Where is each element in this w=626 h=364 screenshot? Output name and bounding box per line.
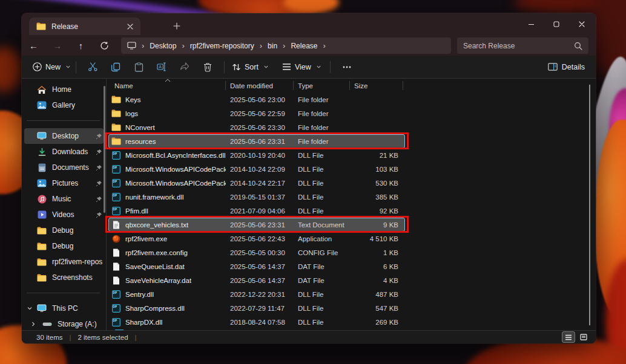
sidebar-item-downloads[interactable]: Downloads xyxy=(24,144,104,160)
file-row-logs[interactable]: logs2025-05-06 22:59File folder xyxy=(108,106,405,120)
back-button[interactable]: ← xyxy=(22,36,45,54)
sidebar-item-pictures[interactable]: Pictures xyxy=(24,175,104,191)
rename-icon: A xyxy=(157,62,167,71)
toolbar-divider xyxy=(224,61,225,73)
size-cell: 92 KB xyxy=(350,207,398,215)
svg-text:DP: DP xyxy=(113,305,117,308)
size-cell: 6 KB xyxy=(350,263,398,270)
column-header-date-modified[interactable]: Date modified xyxy=(226,79,294,93)
search-input[interactable] xyxy=(463,42,574,50)
new-tab-button[interactable] xyxy=(170,19,184,33)
file-row-nconvert[interactable]: NConvert2025-05-06 23:30File folder xyxy=(108,120,405,134)
search-box[interactable] xyxy=(457,37,588,54)
pictures-icon xyxy=(37,179,47,187)
breadcrumb-item-desktop[interactable]: Desktop xyxy=(150,42,176,50)
file-name-cell: DPSharpCompress.dll xyxy=(109,304,226,313)
up-button[interactable]: ↑ xyxy=(69,36,93,54)
file-name-cell: logs xyxy=(109,109,226,117)
column-header-size[interactable]: Size xyxy=(350,79,403,93)
svg-text:DP: DP xyxy=(113,291,117,294)
copy-button[interactable] xyxy=(104,58,127,76)
sidebar-item-storage-a[interactable]: Storage (A:) xyxy=(24,316,104,330)
breadcrumb-chevron-icon: › xyxy=(260,42,262,50)
share-button[interactable] xyxy=(173,58,196,76)
breadcrumb[interactable]: ›Desktop›rpf2fivem-repository›bin›Releas… xyxy=(121,37,451,54)
share-icon xyxy=(180,62,189,71)
sidebar-scrollbar[interactable] xyxy=(104,86,105,213)
file-name-cell: SaveVehicleArray.dat xyxy=(109,276,226,285)
sidebar-item-screenshots[interactable]: Screenshots xyxy=(24,270,104,285)
file-name-cell: qbxcore_vehicles.txt xyxy=(109,221,226,229)
pin-icon xyxy=(96,196,102,203)
file-row-pfim-dll[interactable]: DPPfim.dll2021-07-09 04:06DLL File92 KB xyxy=(108,204,405,218)
sidebar-item-home[interactable]: Home xyxy=(24,82,104,97)
sidebar-item-desktop[interactable]: Desktop xyxy=(24,128,104,144)
file-row-rpf2fivem-exe[interactable]: rpf2fivem.exe2025-05-06 22:43Application… xyxy=(108,232,405,245)
file-icon: DP xyxy=(111,207,121,215)
maximize-button[interactable] xyxy=(544,13,569,35)
large-icons-view-button[interactable] xyxy=(578,332,590,342)
tab-close-icon[interactable] xyxy=(125,21,136,32)
column-header-name[interactable]: Name xyxy=(107,79,226,93)
desktop-icon xyxy=(37,132,47,140)
refresh-button[interactable] xyxy=(93,36,116,54)
chevron-right-icon[interactable] xyxy=(30,321,36,327)
chevron-down-icon[interactable] xyxy=(27,305,33,311)
file-row-resources[interactable]: resources2025-05-06 23:31File folder xyxy=(108,134,405,148)
file-row-microsoft-windowsapicodepack-dll[interactable]: DPMicrosoft.WindowsAPICodePack.dll2014-1… xyxy=(108,162,405,176)
minimize-button[interactable] xyxy=(518,13,544,35)
tab-release[interactable]: Release xyxy=(29,18,140,35)
file-row-savevehiclearray-dat[interactable]: SaveVehicleArray.dat2025-05-06 14:37DAT … xyxy=(108,273,405,287)
sidebar-item-debug[interactable]: Debug xyxy=(24,238,104,254)
size-cell: 1 KB xyxy=(350,249,398,256)
sidebar-item-this-pc[interactable]: This PC xyxy=(24,301,104,316)
delete-button[interactable] xyxy=(196,58,219,76)
column-resize-handle[interactable] xyxy=(403,81,403,90)
more-options-button[interactable] xyxy=(335,58,358,76)
file-row-sharpdx-dll[interactable]: DPSharpDX.dll2018-08-24 07:58DLL File269… xyxy=(108,315,405,329)
file-name-cell: NConvert xyxy=(109,123,226,131)
breadcrumb-item-release[interactable]: Release xyxy=(291,42,317,50)
close-button[interactable] xyxy=(569,13,595,35)
cut-button[interactable] xyxy=(81,58,104,76)
paste-button[interactable] xyxy=(127,58,150,76)
breadcrumb-item-bin[interactable]: bin xyxy=(268,42,277,50)
date-modified-cell: 2014-10-24 22:09 xyxy=(226,166,294,173)
sidebar-item-documents[interactable]: Documents xyxy=(24,160,104,175)
file-name: Sentry.dll xyxy=(125,291,154,298)
file-row-keys[interactable]: Keys2025-05-06 23:00File folder xyxy=(108,93,405,106)
breadcrumb-item-rpf2fivem-repository[interactable]: rpf2fivem-repository xyxy=(190,42,254,50)
forward-button[interactable]: → xyxy=(45,36,69,54)
file-row-nunit-framework-dll[interactable]: DPnunit.framework.dll2019-05-15 01:37DLL… xyxy=(108,190,405,204)
file-row-sentry-dll[interactable]: DPSentry.dll2022-12-22 20:31DLL File487 … xyxy=(108,287,405,301)
sidebar-item-videos[interactable]: Videos xyxy=(24,207,104,223)
sidebar-item-gallery[interactable]: Gallery xyxy=(24,97,104,113)
tab-bar: Release xyxy=(22,13,596,35)
sidebar-item-rpf2fivem-repos[interactable]: rpf2fivem-repos xyxy=(24,254,104,270)
file-name: nunit.framework.dll xyxy=(125,193,184,201)
file-row-savequeuelist-dat[interactable]: SaveQueueList.dat2025-05-06 14:37DAT Fil… xyxy=(108,259,405,273)
rename-button[interactable]: A xyxy=(150,58,173,76)
svg-text:DP: DP xyxy=(113,319,117,322)
file-row-rpf2fivem-exe-config[interactable]: rpf2fivem.exe.config2025-05-05 00:30CONF… xyxy=(108,245,405,259)
sort-button[interactable]: Sort xyxy=(232,63,269,71)
column-header-type[interactable]: Type xyxy=(294,79,350,93)
new-button[interactable]: New xyxy=(33,62,71,71)
details-pane-button[interactable]: Details xyxy=(548,63,585,71)
sidebar-item-music[interactable]: Music xyxy=(24,191,104,207)
file-row-qbxcore-vehicles-txt[interactable]: qbxcore_vehicles.txt2025-05-06 23:31Text… xyxy=(108,218,405,232)
file-action-buttons: A xyxy=(81,58,219,76)
folder-icon xyxy=(111,96,121,103)
file-row-microsoft-bcl-asyncinterfaces-dll[interactable]: DPMicrosoft.Bcl.AsyncInterfaces.dll2020-… xyxy=(108,148,405,162)
details-view-button[interactable] xyxy=(562,332,575,342)
type-cell: Application xyxy=(294,235,350,242)
file-list-pane: NameDate modifiedTypeSize Keys2025-05-06… xyxy=(107,79,596,330)
sidebar-item-debug[interactable]: Debug xyxy=(24,223,104,238)
file-list-scrollbar[interactable] xyxy=(589,85,590,325)
file-row-sharpcompress-dll[interactable]: DPSharpCompress.dll2022-07-29 11:47DLL F… xyxy=(108,301,405,315)
type-cell: Text Document xyxy=(294,221,350,229)
chevron-down-icon xyxy=(263,64,269,70)
view-button[interactable]: View xyxy=(282,63,321,71)
file-row-microsoft-windowsapicodepack-shell-dll[interactable]: DPMicrosoft.WindowsAPICodePack.Shell.dll… xyxy=(108,176,405,190)
sidebar-item-label: Debug xyxy=(52,226,104,235)
